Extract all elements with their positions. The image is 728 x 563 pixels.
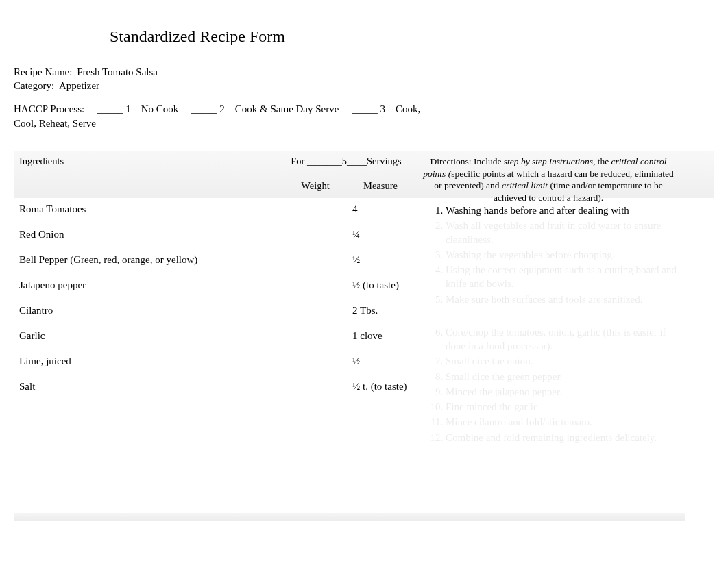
table-header: Ingredients For _______5____Servings Wei… xyxy=(14,151,714,198)
servings-prefix: For _______ xyxy=(291,155,342,166)
direction-step: Mince cilantro and fold/stir tomato. xyxy=(446,415,679,429)
sub-header-row: Weight Measure xyxy=(281,175,411,198)
servings-count: 5 xyxy=(342,155,347,166)
directions-list: Washing hands before and after dealing w… xyxy=(425,203,679,445)
ingredient-measure: 1 clove xyxy=(352,330,411,342)
directions-step: step by step instructions xyxy=(504,156,593,166)
category-line: Category: Appetizer xyxy=(14,80,714,92)
ingredient-name: Bell Pepper (Green, red, orange, or yell… xyxy=(19,254,281,266)
ingredient-measure: ½ (to taste) xyxy=(352,279,411,291)
ingredient-name: Garlic xyxy=(19,330,281,342)
recipe-name-value: Fresh Tomato Salsa xyxy=(77,66,158,77)
header-directions: Directions: Include step by step instruc… xyxy=(411,151,685,198)
weight-column xyxy=(281,198,350,513)
direction-step: Small dice the onion. xyxy=(446,354,679,368)
direction-step: Minced the jalapeno pepper. xyxy=(446,385,679,399)
directions-prefix: Directions: Include xyxy=(430,156,504,166)
ingredient-measure: ½ xyxy=(352,254,411,266)
ingredient-name: Jalapeno pepper xyxy=(19,279,281,291)
meta-section: Recipe Name: Fresh Tomato Salsa Category… xyxy=(14,66,714,131)
header-servings-group: For _______5____Servings Weight Measure xyxy=(281,151,411,198)
ingredient-measure: 4 xyxy=(352,203,411,215)
direction-step: Wash all vegetables and fruit in cold wa… xyxy=(446,218,679,247)
direction-step: Washing the vegetables before chopping. xyxy=(446,248,679,262)
direction-step: Washing hands before and after dealing w… xyxy=(446,203,679,217)
directions-cl: critical limit xyxy=(502,180,550,190)
ingredient-measure: ¼ xyxy=(352,229,411,240)
category-value: Appetizer xyxy=(59,80,99,91)
directions-column: Washing hands before and after dealing w… xyxy=(411,198,685,513)
recipe-name-line: Recipe Name: Fresh Tomato Salsa xyxy=(14,66,714,78)
ingredient-measure: ½ t. (to taste) xyxy=(352,381,411,392)
direction-step: Make sure both surfaces and tools are sa… xyxy=(446,292,679,306)
ingredient-name: Cilantro xyxy=(19,305,281,316)
directions-mid1: , the xyxy=(593,156,611,166)
direction-step: Core/chop the tomatoes, onion, garlic (t… xyxy=(446,325,679,353)
recipe-name-label: Recipe Name: xyxy=(14,66,72,77)
category-label: Category: xyxy=(14,80,54,91)
ingredient-name: Red Onion xyxy=(19,229,281,240)
ingredients-column: Roma Tomatoes Red Onion Bell Pepper (Gre… xyxy=(14,198,281,513)
recipe-table: Ingredients For _______5____Servings Wei… xyxy=(14,151,714,521)
ingredient-name: Roma Tomatoes xyxy=(19,203,281,215)
direction-step: Combine and fold remaining ingredients d… xyxy=(446,431,679,445)
measure-column: 4 ¼ ½ ½ (to taste) 2 Tbs. 1 clove ½ ½ t.… xyxy=(350,198,411,513)
ingredient-measure: ½ xyxy=(352,355,411,367)
haccp-process: HACCP Process: _____ 1 – No Cook _____ 2… xyxy=(14,102,425,131)
direction-step: Using the correct equipment such as a cu… xyxy=(446,263,679,291)
header-measure: Measure xyxy=(350,175,411,198)
ingredient-name: Lime, juiced xyxy=(19,355,281,367)
page-title: Standardized Recipe Form xyxy=(110,27,714,46)
table-body: Roma Tomatoes Red Onion Bell Pepper (Gre… xyxy=(14,198,685,513)
header-servings: For _______5____Servings xyxy=(281,151,411,175)
header-ingredients: Ingredients xyxy=(14,151,281,198)
header-weight: Weight xyxy=(281,175,350,198)
ingredient-name: Salt xyxy=(19,381,281,392)
direction-step: Small dice the green pepper. xyxy=(446,370,679,384)
table-footer-bar xyxy=(14,513,685,521)
ingredient-measure: 2 Tbs. xyxy=(352,305,411,316)
servings-suffix: ____Servings xyxy=(347,155,402,166)
direction-step: Fine minced the garlic. xyxy=(446,400,679,414)
